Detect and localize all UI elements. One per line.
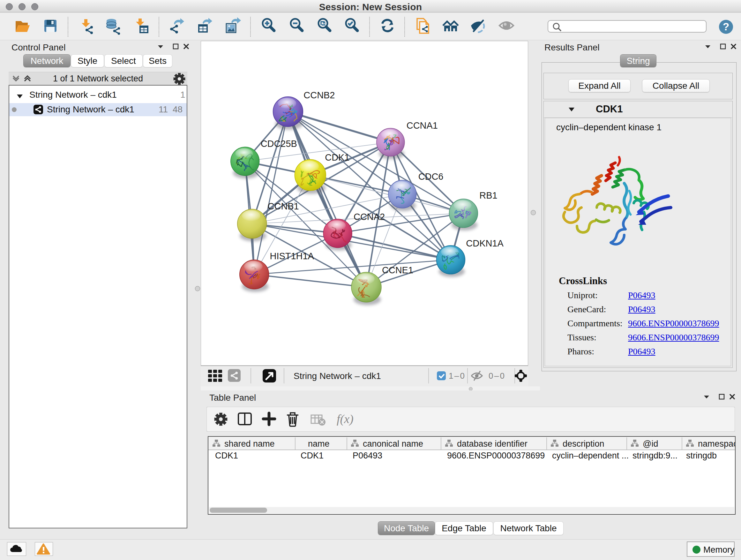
- svg-text:CCNB2: CCNB2: [304, 90, 335, 100]
- svg-text:CDK1: CDK1: [300, 451, 324, 460]
- svg-text:HIST1H1A: HIST1H1A: [270, 251, 314, 261]
- svg-text:CCNB1: CCNB1: [268, 201, 299, 211]
- svg-text:namespace: namespace: [698, 439, 735, 449]
- svg-text:canonical name: canonical name: [363, 439, 423, 449]
- svg-text:shared name: shared name: [224, 439, 275, 449]
- svg-text:CCNA2: CCNA2: [354, 212, 385, 222]
- svg-text:CDC25B: CDC25B: [261, 138, 297, 149]
- svg-text:CCNE1: CCNE1: [382, 265, 413, 275]
- svg-text:9606.ENSP00000378699: 9606.ENSP00000378699: [447, 451, 545, 460]
- svg-text:String Network – cdk1: String Network – cdk1: [293, 371, 381, 381]
- svg-text:stringdb:9...: stringdb:9...: [632, 451, 677, 460]
- svg-text:stringdb: stringdb: [686, 451, 717, 460]
- svg-text:0 – 0: 0 – 0: [488, 371, 504, 381]
- svg-text:cyclin–dependent ...: cyclin–dependent ...: [552, 451, 629, 460]
- svg-text:1 – 0: 1 – 0: [449, 371, 465, 381]
- svg-text:name: name: [308, 439, 330, 449]
- svg-text:CDC6: CDC6: [418, 172, 444, 182]
- svg-text:CDK1: CDK1: [325, 152, 349, 163]
- svg-text:RB1: RB1: [479, 190, 497, 200]
- svg-text:P06493: P06493: [353, 451, 382, 460]
- svg-text:CDK1: CDK1: [215, 451, 238, 460]
- svg-text:CDKN1A: CDKN1A: [466, 238, 503, 248]
- svg-text:@id: @id: [643, 439, 658, 449]
- svg-text:database identifier: database identifier: [457, 439, 528, 449]
- svg-text:CCNA1: CCNA1: [407, 120, 438, 131]
- svg-text:f(x): f(x): [337, 412, 354, 426]
- svg-text:description: description: [562, 439, 604, 449]
